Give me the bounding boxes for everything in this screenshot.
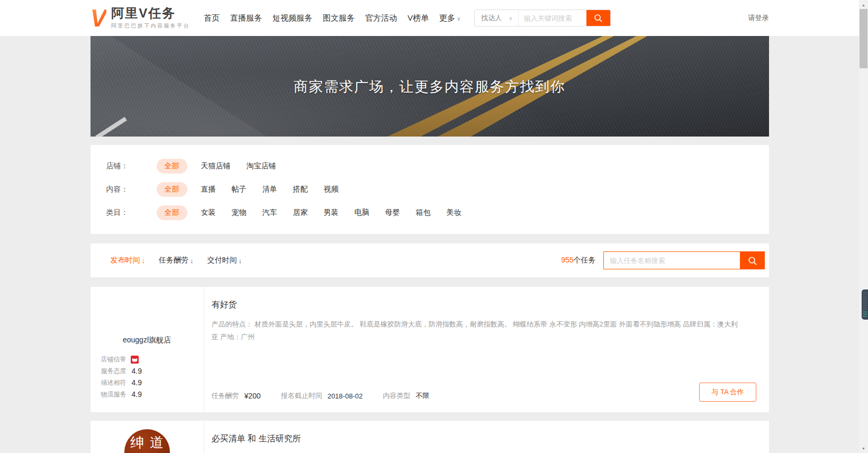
filter-row-shop: 店铺： 全部 天猫店铺 淘宝店铺: [106, 155, 753, 178]
task-title[interactable]: 有好货: [212, 300, 769, 311]
filter-option[interactable]: 箱包: [416, 208, 431, 218]
tmall-badge-icon: [131, 356, 139, 364]
filter-option[interactable]: 男装: [324, 208, 339, 218]
meta-value-deadline: 2018-08-02: [328, 392, 363, 400]
filter-option[interactable]: 女装: [201, 208, 216, 218]
task-main: 有好货 产品的特点： 材质外面是头层，内里头层牛皮。 鞋底是橡胶防滑大底，防滑指…: [204, 287, 769, 412]
filter-all-pill[interactable]: 全部: [157, 159, 187, 174]
hero-headline: 商家需求广场，让更多内容服务方找到你: [91, 77, 769, 96]
search-icon: [593, 13, 603, 23]
browser-extension-handle[interactable]: [862, 289, 868, 320]
brand-logo[interactable]: V 阿里V任务 阿里巴巴旗下内容服务平台: [91, 6, 191, 30]
task-card: eouggzl旗舰店 店铺信誉 服务态度4.9 描述相符4.9 物流服务4.9 …: [91, 287, 769, 412]
filter-option[interactable]: 汽车: [263, 208, 277, 218]
filter-option[interactable]: 电脑: [355, 208, 369, 218]
rating-label: 物流服务: [101, 390, 126, 399]
shop-name[interactable]: eouggzl旗舰店: [91, 336, 204, 345]
scrollbar-down-arrow-icon[interactable]: ▼: [859, 444, 868, 452]
task-description: 产品的特点： 材质外面是头层，内里头层牛皮。 鞋底是橡胶防滑大底，防滑指数高，耐…: [212, 318, 741, 343]
task-count-suffix: 个任务: [574, 256, 596, 264]
sort-label: 发布时间: [111, 256, 140, 265]
sort-toolbar: 发布时间 ↓ 任务酬劳 ↓ 交付时间 ↓ 955个任务: [91, 243, 769, 277]
filter-panel: 店铺： 全部 天猫店铺 淘宝店铺 内容： 全部 直播 帖子 清单 搭配 视频 类…: [91, 145, 769, 234]
filter-label: 类目：: [106, 208, 157, 218]
sort-delivery-time[interactable]: 交付时间 ↓: [207, 256, 242, 265]
top-nav-bar: V 阿里V任务 阿里巴巴旗下内容服务平台 首页 直播服务 短视频服务 图文服务 …: [0, 0, 859, 36]
main-nav: 首页 直播服务 短视频服务 图文服务 官方活动 V榜单 更多∨: [204, 13, 471, 23]
scrollbar-up-arrow-icon[interactable]: ▲: [859, 1, 868, 9]
page-scrollbar[interactable]: ▲ ▼: [859, 0, 868, 453]
filter-option[interactable]: 清单: [263, 185, 277, 194]
seal-char: 绅: [130, 436, 144, 450]
task-search-input[interactable]: [603, 251, 740, 269]
cooperate-button[interactable]: 与 TA 合作: [699, 383, 756, 402]
nav-item-article-service[interactable]: 图文服务: [323, 13, 355, 23]
chevron-down-icon: ∨: [457, 16, 460, 22]
header-search-button[interactable]: [586, 10, 610, 26]
search-category-dropdown[interactable]: 找达人 ∨: [475, 10, 518, 26]
login-link[interactable]: 请登录: [748, 13, 769, 23]
filter-option[interactable]: 淘宝店铺: [247, 161, 276, 171]
filter-option[interactable]: 直播: [201, 185, 216, 194]
sort-desc-arrow-icon: ↓: [190, 257, 194, 265]
shop-column: 绅 道 衣 品: [91, 421, 204, 453]
task-card: 绅 道 衣 品 必买清单 和 生活研究所 绅道衣品 2013年入驻天猫 专注男士…: [91, 421, 769, 453]
sort-task-reward[interactable]: 任务酬劳 ↓: [159, 256, 194, 265]
v-logo-icon: V: [91, 6, 107, 30]
nav-item-short-video-service[interactable]: 短视频服务: [273, 13, 312, 23]
scrollbar-thumb[interactable]: [860, 9, 867, 68]
grip-lines-icon: [863, 292, 867, 311]
filter-label: 内容：: [106, 185, 157, 194]
rating-label: 描述相符: [101, 378, 126, 387]
header-search-input[interactable]: [519, 14, 586, 22]
sort-publish-time[interactable]: 发布时间 ↓: [111, 256, 146, 265]
seal-char: 道: [150, 436, 164, 450]
filter-all-pill[interactable]: 全部: [157, 182, 187, 197]
brand-tagline: 阿里巴巴旗下内容服务平台: [111, 22, 190, 30]
task-count-number: 955: [561, 256, 573, 264]
meta-value-reward: ¥200: [245, 392, 261, 400]
shop-stats: 店铺信誉 服务态度4.9 描述相符4.9 物流服务4.9: [101, 354, 204, 400]
nav-item-live-service[interactable]: 直播服务: [230, 13, 262, 23]
rating-label: 服务态度: [101, 367, 126, 376]
rating-value: 4.9: [132, 367, 142, 375]
filter-option[interactable]: 搭配: [293, 185, 308, 194]
sort-desc-arrow-icon: ↓: [142, 257, 146, 265]
nav-more-label: 更多: [439, 13, 455, 22]
task-search-button[interactable]: [740, 251, 765, 269]
sort-label: 任务酬劳: [159, 256, 188, 265]
filter-option[interactable]: 母婴: [385, 208, 400, 218]
filter-option[interactable]: 宠物: [232, 208, 247, 218]
search-icon: [747, 256, 757, 266]
shop-seal-logo[interactable]: 绅 道 衣 品: [124, 429, 170, 453]
meta-label: 任务酬劳: [212, 391, 239, 401]
filter-all-pill[interactable]: 全部: [157, 205, 187, 220]
search-category-value: 找达人: [481, 13, 502, 23]
reputation-label: 店铺信誉: [101, 355, 126, 364]
filter-option[interactable]: 天猫店铺: [201, 161, 231, 171]
filter-option[interactable]: 帖子: [232, 185, 247, 194]
meta-label: 内容类型: [383, 391, 410, 401]
rating-value: 4.9: [132, 390, 142, 398]
filter-label: 店铺：: [106, 161, 157, 171]
hero-banner: 商家需求广场，让更多内容服务方找到你: [91, 36, 769, 137]
header-search: 找达人 ∨: [474, 10, 610, 26]
rating-value: 4.9: [132, 378, 142, 387]
task-main: 必买清单 和 生活研究所 绅道衣品 2013年入驻天猫 专注男士西裤， 此款版型…: [204, 421, 769, 453]
filter-option[interactable]: 居家: [293, 208, 308, 218]
filter-option[interactable]: 美妆: [447, 208, 462, 218]
task-count: 955个任务: [561, 256, 595, 265]
shop-column: eouggzl旗舰店 店铺信誉 服务态度4.9 描述相符4.9 物流服务4.9: [91, 287, 204, 412]
task-title[interactable]: 必买清单 和 生活研究所: [212, 433, 769, 445]
sort-group: 发布时间 ↓ 任务酬劳 ↓ 交付时间 ↓: [111, 256, 256, 265]
nav-item-home[interactable]: 首页: [204, 13, 220, 23]
task-meta: 任务酬劳¥200 报名截止时间2018-08-02 内容类型不限: [212, 391, 450, 401]
nav-item-official-activity[interactable]: 官方活动: [365, 13, 397, 23]
nav-item-v-ranking[interactable]: V榜单: [408, 13, 429, 23]
nav-item-more[interactable]: 更多∨: [439, 13, 460, 23]
filter-row-category: 类目： 全部 女装 宠物 汽车 居家 男装 电脑 母婴 箱包 美妆: [106, 201, 753, 224]
sort-desc-arrow-icon: ↓: [239, 257, 242, 265]
meta-value-content-type: 不限: [415, 391, 429, 401]
grip-lines-teal-icon: [863, 312, 867, 318]
filter-option[interactable]: 视频: [324, 185, 339, 194]
